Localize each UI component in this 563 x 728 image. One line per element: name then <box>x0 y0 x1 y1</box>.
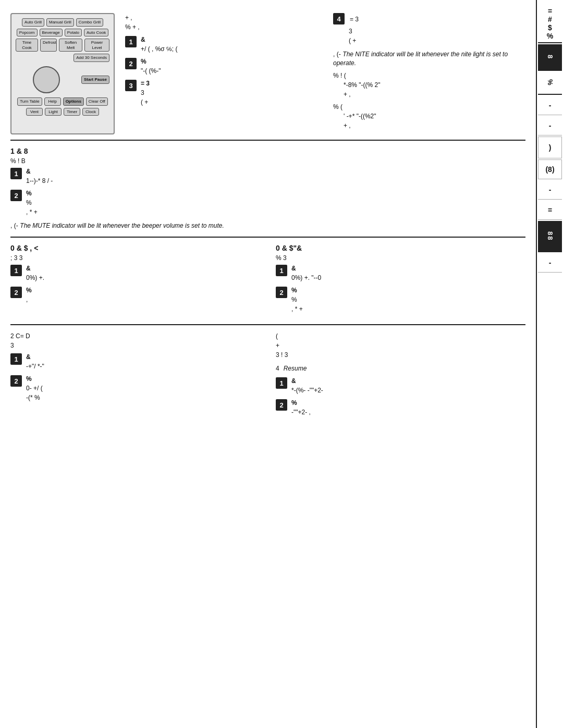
step4-sub2: ( + <box>349 36 525 45</box>
dial-knob[interactable] <box>33 66 60 93</box>
page-layout: Auto Grill Manual Grill Combo Grill Popc… <box>0 0 563 728</box>
sec3-left-title: 0 & $ , < <box>10 244 260 252</box>
sec2-step1-num: 1 <box>10 168 22 179</box>
sidebar-dash3-text: - <box>549 186 552 194</box>
block3-sub: + , <box>344 121 525 130</box>
btn-help[interactable]: Help <box>44 97 61 106</box>
btn-vent[interactable]: Vent <box>26 108 43 116</box>
top-instructions: + , % + , 1 & +/ ( , %σ ℅; ( 2 <box>125 13 525 134</box>
sec3-right-subtitle: % 3 <box>276 254 525 262</box>
sec4-r-intro: ( <box>276 331 525 341</box>
btn-timer[interactable]: Timer <box>64 108 80 116</box>
sidebar-paren-text: ) <box>549 143 552 152</box>
block2-text: *-8% "-((% 2" <box>344 80 525 90</box>
top-section: Auto Grill Manual Grill Combo Grill Popc… <box>10 5 525 141</box>
step2-text: "-( (%-" <box>141 66 161 76</box>
btn-power-level[interactable]: Power Level <box>84 39 109 52</box>
sidebar-dark-8: 8 <box>538 44 562 71</box>
intro-line: + , <box>125 13 317 22</box>
btn-popcorn[interactable]: Popcorn <box>17 29 38 37</box>
sidebar-char-hash: # <box>548 15 552 23</box>
btn-options[interactable]: Options <box>63 97 84 106</box>
sec2-step2-label: % <box>26 190 38 197</box>
section-3: 0 & $ , < ; 3 3 1 & 0%) +. 2 % <box>10 238 525 325</box>
btn-turn-table[interactable]: Turn Table <box>17 97 42 106</box>
btn-light[interactable]: Light <box>45 108 62 116</box>
sec3-l-step1-text: 0%) +. <box>26 273 44 282</box>
btn-potato[interactable]: Potato <box>65 29 82 37</box>
sec3-r-step1-label: & <box>291 265 321 272</box>
btn-time-cook[interactable]: Time Cook <box>16 39 38 52</box>
btn-soften-melt[interactable]: Soften Melt <box>59 39 82 52</box>
block2-intro: % ! ( <box>333 71 525 80</box>
btn-start-pause[interactable]: Start Pause <box>81 76 109 84</box>
sec4-l-step2-sub: -(* % <box>26 393 43 402</box>
sidebar-paren: ) <box>538 137 562 158</box>
sec2-subtitle: % ! B <box>10 157 525 165</box>
sec4-l-line1: 2 C= D <box>10 331 260 341</box>
sec4-l-step2-num: 2 <box>10 375 22 387</box>
sec4-r-step1-label: & <box>291 377 323 385</box>
sec4-r-sub1: 3 ! 3 <box>276 350 525 360</box>
sec3-r-step2-sub2: , * + <box>291 304 303 314</box>
sec3-l-step2-num: 2 <box>10 287 22 298</box>
sidebar-equals2-text: = <box>548 206 552 214</box>
top-right-col: 4 = 3 3 ( + , (- The NITE indicator will… <box>333 13 525 130</box>
note-intro: , (- <box>333 51 341 58</box>
sec2-step1-label: & <box>26 168 53 175</box>
btn-auto-cook[interactable]: Auto Cook <box>84 29 108 37</box>
sec4-r-step1-num: 1 <box>276 377 287 389</box>
btn-combo-grill[interactable]: Combo Grill <box>76 18 103 27</box>
sec4-right: ( + 3 ! 3 4 Resume 1 & *-(%- -""+2- <box>276 331 525 421</box>
sec2-step2-sub1: % <box>26 198 38 207</box>
sidebar-equals2: = <box>538 201 562 220</box>
sec2-step2-num: 2 <box>10 190 22 201</box>
step3-label: = 3 <box>141 80 150 87</box>
block3-intro: % ( <box>333 102 525 112</box>
sec4-l-step1-label: & <box>26 353 44 361</box>
sidebar-dash2: - <box>538 116 562 135</box>
sec3-r-step2-num: 2 <box>276 287 287 298</box>
btn-beverage[interactable]: Beverage <box>40 29 63 37</box>
sec4-l-num3: 3 <box>10 341 260 350</box>
main-content: Auto Grill Manual Grill Combo Grill Popc… <box>0 0 536 728</box>
sec2-note-italic: The MUTE indicator will be lit whenever … <box>20 222 224 229</box>
step4-sub1: 3 <box>349 27 525 36</box>
btn-clear-off[interactable]: Clear Off <box>86 97 108 106</box>
section-2: 1 & 8 % ! B 1 & 1--)-* 8 / - 2 % % , * + <box>10 141 525 238</box>
step1-text: +/ ( , %σ ℅; ( <box>141 44 177 54</box>
sec2-step1-text: 1--)-* 8 / - <box>26 176 53 186</box>
sec3-r-step2-sub1: % <box>291 295 303 304</box>
step3-subtext: 3 <box>141 88 150 97</box>
sec3-r-step1-text: 0%) +. "--0 <box>291 273 321 282</box>
sidebar-dash4: - <box>538 253 562 273</box>
sec2-step2-sub2: , * + <box>26 207 38 217</box>
sec4-l-step2-label: % <box>26 375 43 382</box>
sec4-r-step2-num: 2 <box>276 399 287 411</box>
sec3-l-step2-label: % <box>26 287 32 294</box>
btn-manual-grill[interactable]: Manual Grill <box>46 18 74 27</box>
sec2-note: , (- <box>10 222 18 229</box>
microwave-panel: Auto Grill Manual Grill Combo Grill Popc… <box>10 13 115 134</box>
step-num-1: 1 <box>125 36 137 47</box>
btn-defrost[interactable]: Defrost <box>40 39 57 52</box>
btn-add-30[interactable]: Add 30 Seconds <box>74 54 109 62</box>
step3-sub2: ( + <box>141 97 150 107</box>
step1-label: & <box>141 36 177 43</box>
sec3-left-subtitle: ; 3 3 <box>10 254 260 262</box>
sec3-r-step2-label: % <box>291 287 303 294</box>
sec4-step4-italic: Resume <box>284 365 307 372</box>
intro-line2: % + , <box>125 22 317 32</box>
step2-label: % <box>141 58 161 65</box>
step4-label: = 3 <box>350 15 359 24</box>
btn-clock[interactable]: Clock <box>82 108 99 116</box>
sec4-l-step2-text: 0- +/ ( <box>26 384 43 393</box>
sec4-r-step2-text: -""+2- , <box>291 408 311 417</box>
sec3-l-step1-num: 1 <box>10 265 22 276</box>
sidebar-8paren: (8) <box>538 159 562 179</box>
sidebar-dash1: - <box>538 96 562 115</box>
btn-auto-grill[interactable]: Auto Grill <box>22 18 44 27</box>
sec4-left: 2 C= D 3 1 & -+"/ *-" 2 % 0- +/ ( <box>10 331 260 421</box>
sidebar-dash3: - <box>538 180 562 200</box>
sec4-l-step1-num: 1 <box>10 353 22 365</box>
